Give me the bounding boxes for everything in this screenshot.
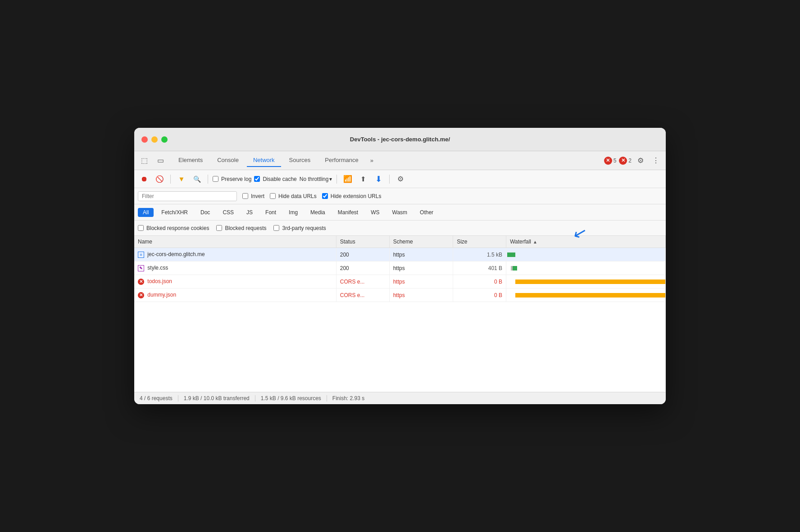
invert-checkbox[interactable] bbox=[242, 193, 248, 199]
record-button[interactable]: ⏺ bbox=[138, 173, 150, 185]
row-size-cell: 401 B bbox=[453, 261, 506, 275]
blocked-requests-label[interactable]: Blocked requests bbox=[216, 225, 266, 231]
column-waterfall[interactable]: Waterfall ▲ bbox=[506, 236, 666, 248]
type-img-button[interactable]: Img bbox=[284, 208, 303, 217]
type-doc-button[interactable]: Doc bbox=[195, 208, 215, 217]
error-icon-2: ✕ bbox=[619, 157, 627, 165]
resources-size: 1.5 kB / 9.6 kB resources bbox=[255, 395, 327, 401]
blocked-cookies-label[interactable]: Blocked response cookies bbox=[138, 225, 209, 231]
clear-button[interactable]: 🚫 bbox=[153, 173, 166, 185]
blocked-requests-checkbox[interactable] bbox=[216, 225, 222, 231]
css-icon: ✎ bbox=[138, 265, 144, 271]
close-button[interactable] bbox=[141, 136, 148, 143]
title-bar: DevTools - jec-cors-demo.glitch.me/ bbox=[134, 128, 666, 151]
tab-icons: ⬚ ▭ bbox=[138, 154, 167, 167]
invert-label[interactable]: Invert bbox=[242, 193, 264, 199]
column-scheme[interactable]: Scheme bbox=[389, 236, 453, 248]
row-name-cell: ✎ style.css bbox=[134, 261, 336, 275]
download-button[interactable]: ⬇ bbox=[372, 173, 385, 185]
tab-elements[interactable]: Elements bbox=[172, 154, 209, 167]
cursor-icon[interactable]: ⬚ bbox=[138, 154, 150, 167]
third-party-text: 3rd-party requests bbox=[282, 225, 326, 231]
hide-data-urls-label[interactable]: Hide data URLs bbox=[270, 193, 317, 199]
waterfall-bar-yellow bbox=[515, 280, 665, 284]
row-name-cell: ✕ todos.json bbox=[134, 275, 336, 289]
tab-sources[interactable]: Sources bbox=[283, 154, 317, 167]
error-x-icon: ✕ bbox=[138, 279, 144, 285]
sort-arrow-icon: ▲ bbox=[533, 239, 537, 244]
network-toolbar: ⏺ 🚫 ▼ 🔍 Preserve log Disable cache No th… bbox=[134, 170, 666, 188]
wifi-icon: 📶 bbox=[343, 175, 352, 183]
type-fetch-xhr-button[interactable]: Fetch/XHR bbox=[156, 208, 193, 217]
third-party-label[interactable]: 3rd-party requests bbox=[273, 225, 326, 231]
row-status-cell: CORS e... bbox=[336, 289, 389, 302]
table-row[interactable]: ≡ jec-cors-demo.glitch.me 200 https 1.5 … bbox=[134, 248, 666, 261]
settings-button[interactable]: ⚙ bbox=[634, 154, 647, 167]
row-waterfall-cell bbox=[506, 261, 666, 275]
preserve-log-label[interactable]: Preserve log bbox=[213, 176, 251, 182]
preserve-log-text: Preserve log bbox=[221, 176, 251, 182]
throttle-text: No throttling bbox=[300, 176, 329, 182]
more-tabs-button[interactable]: » bbox=[367, 155, 377, 166]
table-header-row: Name Status Scheme Size bbox=[134, 236, 666, 248]
tab-performance[interactable]: Performance bbox=[318, 154, 364, 167]
filter-button[interactable]: ▼ bbox=[175, 173, 188, 185]
search-icon: 🔍 bbox=[193, 176, 201, 183]
third-party-checkbox[interactable] bbox=[273, 225, 279, 231]
hide-data-urls-text: Hide data URLs bbox=[278, 193, 317, 199]
wifi-settings-button[interactable]: 📶 bbox=[341, 173, 354, 185]
type-ws-button[interactable]: WS bbox=[366, 208, 384, 217]
requests-count: 4 / 6 requests bbox=[140, 395, 178, 401]
toolbar-separator-4 bbox=[389, 175, 390, 184]
type-js-button[interactable]: JS bbox=[241, 208, 258, 217]
throttle-select[interactable]: No throttling ▾ bbox=[300, 176, 332, 182]
type-other-button[interactable]: Other bbox=[415, 208, 438, 217]
filter-input[interactable] bbox=[138, 191, 237, 201]
row-status-cell: 200 bbox=[336, 248, 389, 261]
table-row[interactable]: ✎ style.css 200 https 401 B bbox=[134, 261, 666, 275]
network-table: Name Status Scheme Size bbox=[134, 236, 666, 392]
disable-cache-label[interactable]: Disable cache bbox=[254, 176, 296, 182]
network-table-container: Name Status Scheme Size bbox=[134, 236, 666, 392]
type-media-button[interactable]: Media bbox=[305, 208, 330, 217]
row-waterfall-cell bbox=[506, 275, 666, 289]
preserve-log-checkbox[interactable] bbox=[213, 176, 218, 182]
row-size-cell: 0 B bbox=[453, 275, 506, 289]
waterfall-bar-green bbox=[513, 266, 517, 271]
toolbar-separator-2 bbox=[208, 175, 208, 184]
column-size[interactable]: Size bbox=[453, 236, 506, 248]
column-name[interactable]: Name bbox=[134, 236, 336, 248]
blocked-cookies-checkbox[interactable] bbox=[138, 225, 144, 231]
column-status[interactable]: Status bbox=[336, 236, 389, 248]
hide-extension-urls-label[interactable]: Hide extension URLs bbox=[322, 193, 382, 199]
table-row[interactable]: ✕ dummy.json CORS e... https 0 B bbox=[134, 289, 666, 302]
row-name-cell: ≡ jec-cors-demo.glitch.me bbox=[134, 248, 336, 261]
disable-cache-checkbox[interactable] bbox=[254, 176, 260, 182]
more-options-button[interactable]: ⋮ bbox=[650, 154, 662, 167]
minimize-button[interactable] bbox=[151, 136, 158, 143]
window-controls bbox=[141, 136, 168, 143]
type-font-button[interactable]: Font bbox=[260, 208, 281, 217]
maximize-button[interactable] bbox=[161, 136, 168, 143]
upload-button[interactable]: ⬆ bbox=[357, 173, 369, 185]
tab-console[interactable]: Console bbox=[211, 154, 245, 167]
device-icon[interactable]: ▭ bbox=[154, 154, 167, 167]
type-manifest-button[interactable]: Manifest bbox=[333, 208, 363, 217]
row-status-cell: CORS e... bbox=[336, 275, 389, 289]
table-row[interactable]: ✕ todos.json CORS e... https 0 B bbox=[134, 275, 666, 289]
type-wasm-button[interactable]: Wasm bbox=[387, 208, 413, 217]
row-scheme-cell: https bbox=[389, 275, 453, 289]
type-css-button[interactable]: CSS bbox=[218, 208, 239, 217]
search-button[interactable]: 🔍 bbox=[191, 173, 203, 185]
type-all-button[interactable]: All bbox=[138, 208, 154, 217]
throttle-arrow-icon: ▾ bbox=[329, 176, 332, 182]
hide-extension-urls-checkbox[interactable] bbox=[322, 193, 328, 199]
row-waterfall-cell bbox=[506, 248, 666, 261]
tab-network[interactable]: Network bbox=[247, 154, 281, 167]
toolbar-separator-3 bbox=[336, 175, 337, 184]
row-size-cell: 1.5 kB bbox=[453, 248, 506, 261]
blocked-cookies-text: Blocked response cookies bbox=[146, 225, 209, 231]
network-settings-button[interactable]: ⚙ bbox=[394, 173, 407, 185]
row-waterfall-cell bbox=[506, 289, 666, 302]
hide-data-urls-checkbox[interactable] bbox=[270, 193, 276, 199]
